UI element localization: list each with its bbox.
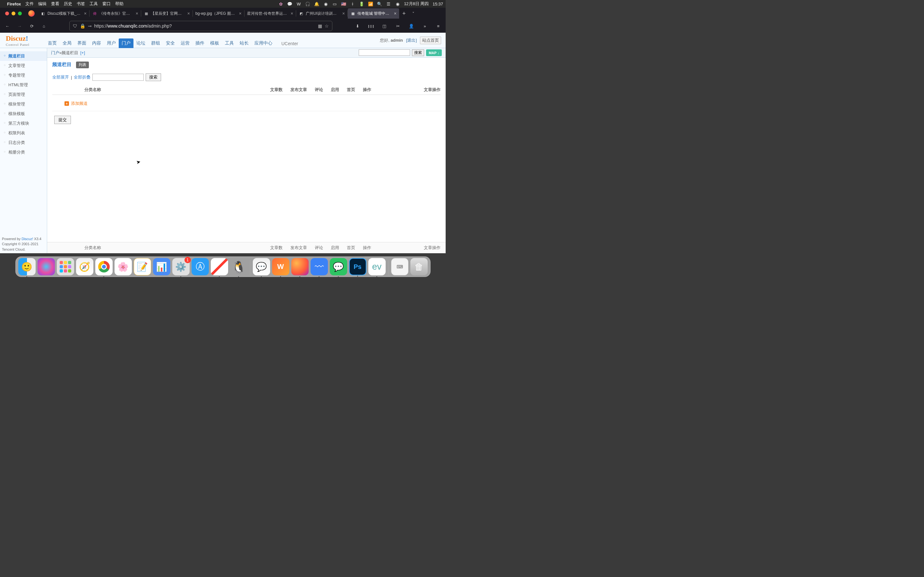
tray-circle-icon[interactable]: ◉ (323, 1, 328, 6)
sidebar-item-permission[interactable]: 权限列表 (0, 128, 47, 138)
sidebar-icon[interactable]: ◫ (380, 21, 389, 31)
sidebar-item-page[interactable]: 页面管理 (0, 90, 47, 99)
sidebar-item-log[interactable]: 日志分类 (0, 138, 47, 147)
menu-history[interactable]: 历史 (64, 1, 72, 7)
sidebar-item-html[interactable]: HTML管理 (0, 80, 47, 90)
dock-finder[interactable]: 🙂 (18, 258, 36, 276)
collapse-all-link[interactable]: 全部折叠 (74, 74, 90, 80)
dock-photoshop[interactable]: Ps (349, 258, 367, 276)
account-icon[interactable]: 👤 (407, 21, 416, 31)
nav-ucenter[interactable]: UCenter (278, 39, 301, 48)
dock-photos[interactable]: 🌸 (115, 258, 132, 276)
dock-chrome[interactable] (95, 258, 113, 276)
nav-group[interactable]: 群组 (148, 39, 163, 48)
filter-search-button[interactable]: 搜索 (145, 73, 161, 81)
dock-keynote[interactable]: 📊 (153, 258, 170, 276)
menu-edit[interactable]: 编辑 (38, 1, 47, 7)
reload-button[interactable]: ⟳ (27, 21, 37, 31)
dock-settings[interactable]: ⚙️1 (172, 258, 190, 276)
menubar-date[interactable]: 12月8日 周四 (404, 1, 429, 7)
qr-icon[interactable]: ▦ (318, 23, 322, 29)
menubar-app-name[interactable]: Firefox (7, 2, 21, 6)
bookmark-star-icon[interactable]: ☆ (325, 23, 329, 29)
screenshot-icon[interactable]: ✂ (393, 21, 403, 31)
address-bar[interactable]: 🛡 🔒 ⊸ https://www.chuanqilc.com/admin.ph… (69, 21, 333, 31)
nav-content[interactable]: 内容 (89, 39, 104, 48)
close-icon[interactable]: × (239, 11, 242, 16)
menu-bookmarks[interactable]: 书签 (77, 1, 85, 7)
tray-display-icon[interactable]: ▭ (332, 1, 337, 6)
tray-siri-icon[interactable]: ◉ (395, 1, 400, 6)
sidebar-item-thirdparty[interactable]: 第三方模块 (0, 119, 47, 128)
tray-control-center-icon[interactable]: ☰ (386, 1, 391, 6)
minimize-window-button[interactable] (11, 11, 15, 15)
sidebar-item-article[interactable]: 文章管理 (0, 61, 47, 71)
forward-button[interactable]: → (15, 21, 24, 31)
dock-notes[interactable]: 📝 (134, 258, 151, 276)
tray-flag-icon[interactable]: 🇺🇸 (341, 1, 346, 6)
close-icon[interactable]: × (84, 11, 87, 16)
nav-forum[interactable]: 论坛 (134, 39, 148, 48)
back-button[interactable]: ← (3, 21, 12, 31)
close-icon[interactable]: × (136, 11, 138, 16)
tab-1[interactable]: 俦《传奇永恒》官方网站× (89, 8, 141, 19)
nav-interface[interactable]: 界面 (74, 39, 89, 48)
dock-safari[interactable]: 🧭 (76, 258, 94, 276)
header-search-button[interactable]: 搜索 (412, 49, 424, 56)
tab-4[interactable]: 星河传世-传奇世界运营商× (244, 8, 296, 19)
tray-wps-icon[interactable]: W (296, 1, 301, 6)
nav-tools[interactable]: 工具 (222, 39, 237, 48)
breadcrumb-plus[interactable]: [+] (80, 50, 85, 55)
nav-home[interactable]: 首页 (45, 39, 60, 48)
downloads-icon[interactable]: ⬇ (352, 21, 362, 31)
add-channel-link[interactable]: 添加频道 (71, 101, 87, 106)
close-window-button[interactable] (5, 11, 9, 15)
sidebar-item-channel[interactable]: 频道栏目 (0, 51, 47, 61)
close-icon[interactable]: × (187, 11, 190, 16)
tab-2[interactable]: ▦【星辰变】官网——2D× (141, 8, 192, 19)
tab-6-active[interactable]: ▦传奇龍城 管理中心 - P× (348, 8, 399, 19)
menu-view[interactable]: 查看 (51, 1, 59, 7)
nav-founder[interactable]: 站长 (237, 39, 252, 48)
sidebar-item-album[interactable]: 相册分类 (0, 147, 47, 157)
close-icon[interactable]: × (394, 11, 397, 16)
tab-list[interactable]: 列表 (76, 61, 89, 68)
nav-appcenter[interactable]: 应用中心 (252, 39, 275, 48)
menu-help[interactable]: 帮助 (115, 1, 124, 7)
tab-5[interactable]: ◩广州UI设计培训教育_× (296, 8, 347, 19)
dock-wechat[interactable]: 💬 (330, 258, 347, 276)
tray-wifi-icon[interactable]: 📶 (368, 1, 373, 6)
nav-portal-active[interactable]: 门户 (119, 39, 134, 48)
map-button[interactable]: MAP ↓ (426, 49, 442, 56)
tab-0[interactable]: ◧Discuz模板下载_Disc…× (38, 8, 89, 19)
dock-qq[interactable]: 🐧 (230, 258, 247, 276)
nav-security[interactable]: 安全 (163, 39, 178, 48)
dock-device[interactable]: ⌨ (391, 258, 409, 276)
maximize-window-button[interactable] (18, 11, 22, 15)
permissions-icon[interactable]: ⊸ (88, 23, 92, 29)
dock-meeting[interactable]: 〰 (310, 258, 328, 276)
tab-3[interactable]: bg-wp.jpg（JPEG 图像，× (193, 8, 244, 19)
discuz-link[interactable]: Discuz! (21, 237, 33, 241)
close-icon[interactable]: × (342, 11, 345, 16)
tabs-dropdown-button[interactable]: ˅ (409, 11, 418, 16)
menu-file[interactable]: 文件 (25, 1, 34, 7)
menubar-time[interactable]: 15:37 (433, 2, 443, 6)
lock-icon[interactable]: 🔒 (80, 23, 86, 29)
tray-wechat-icon[interactable]: 💬 (287, 1, 292, 6)
tray-bell-icon[interactable]: 🔔 (314, 1, 319, 6)
nav-plugin[interactable]: 插件 (192, 39, 207, 48)
overflow-icon[interactable]: » (420, 21, 430, 31)
shield-icon[interactable]: 🛡 (73, 23, 78, 29)
new-tab-button[interactable]: + (399, 10, 409, 17)
tray-bluetooth-icon[interactable]: ᚼ (350, 1, 355, 6)
menu-window[interactable]: 窗口 (102, 1, 111, 7)
dock-wps[interactable]: W (272, 258, 289, 276)
site-home-button[interactable]: 站点首页 (420, 37, 441, 44)
dock-trash[interactable]: 🗑 (410, 258, 428, 276)
dock-firefox[interactable] (291, 258, 309, 276)
home-button[interactable]: ⌂ (39, 21, 49, 31)
tray-search-icon[interactable]: 🔍 (377, 1, 382, 6)
tray-headset-icon[interactable]: 🎧 (305, 1, 310, 6)
menu-tools[interactable]: 工具 (89, 1, 98, 7)
